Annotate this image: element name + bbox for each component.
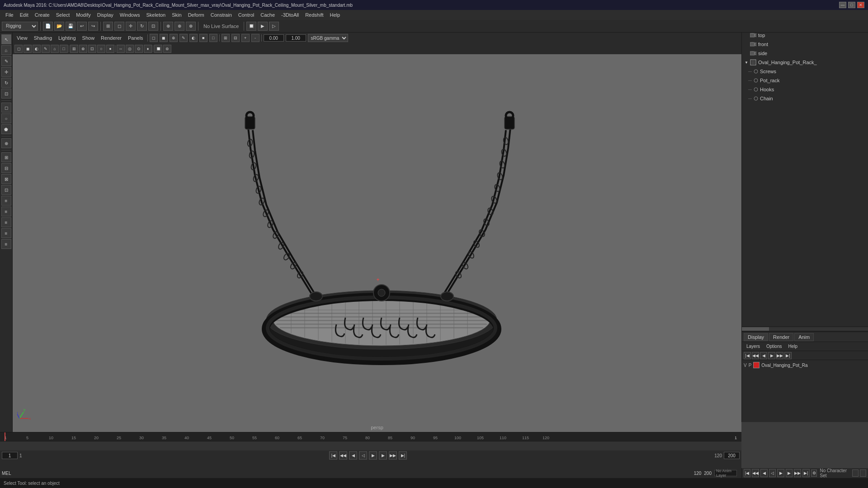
tc-step-fwd[interactable]: ▶: [786, 469, 793, 477]
vp-t2-2[interactable]: ◼: [24, 45, 32, 53]
bp-tab-anim[interactable]: Anim: [794, 333, 814, 341]
char-set-btn[interactable]: [852, 469, 859, 477]
right-panel-hscroll[interactable]: [742, 326, 868, 332]
tl-step-fwd[interactable]: ▶▶: [389, 451, 397, 460]
vp-t2-1[interactable]: ◻: [14, 45, 23, 53]
tl-goto-end[interactable]: ▶|: [399, 451, 407, 460]
outliner-item-hooks[interactable]: Hooks: [742, 85, 868, 94]
vp-btn-4[interactable]: ✎: [179, 34, 188, 42]
open-button[interactable]: 📂: [54, 22, 64, 31]
tc-goto-end[interactable]: ▶|: [802, 469, 809, 477]
transform-button[interactable]: ⊞: [103, 22, 113, 31]
vp-menu-view[interactable]: View: [14, 34, 30, 42]
tc-prev-frame[interactable]: ◀◀: [752, 469, 759, 477]
snap2-button[interactable]: ⊕: [175, 22, 184, 31]
vp-t2-10[interactable]: ○: [97, 45, 105, 53]
max-frame-input[interactable]: [724, 452, 740, 459]
render-button[interactable]: ▶: [258, 22, 268, 31]
menu-windows[interactable]: Windows: [117, 11, 143, 19]
vp-btn-7[interactable]: ⊞: [222, 34, 230, 42]
menu-edit[interactable]: Edit: [17, 11, 31, 19]
tl-next-key[interactable]: ▶: [379, 451, 387, 460]
panel-buttons-1[interactable]: ⊞: [1, 152, 11, 162]
menu-redshift[interactable]: Redshift: [302, 11, 326, 19]
save-button[interactable]: 💾: [66, 22, 75, 31]
tl-goto-start[interactable]: |◀: [329, 451, 337, 460]
vp-t2-9[interactable]: ⊡: [88, 45, 96, 53]
select-button[interactable]: ◻: [114, 22, 124, 31]
vp-t2-13[interactable]: ◎: [126, 45, 134, 53]
vp-t2-8[interactable]: ⊕: [79, 45, 87, 53]
vp-t2-14[interactable]: ⊙: [135, 45, 143, 53]
outliner-item-screws[interactable]: Screws: [742, 67, 868, 76]
tl-play-back[interactable]: ◁: [359, 451, 367, 460]
redo-button[interactable]: ↪: [88, 22, 98, 31]
maximize-button[interactable]: □: [848, 2, 855, 8]
move-button[interactable]: ✛: [126, 22, 136, 31]
menu-select[interactable]: Select: [53, 11, 73, 19]
scale-tool[interactable]: ⊡: [1, 89, 11, 99]
tc-play-back[interactable]: ◁: [769, 469, 776, 477]
vp-btn-5[interactable]: ◐: [189, 34, 198, 42]
menu-display[interactable]: Display: [94, 11, 116, 19]
close-button[interactable]: ✕: [857, 2, 864, 8]
lasso-tool[interactable]: ⌂: [1, 45, 11, 55]
soft-mod-tool[interactable]: ○: [1, 113, 11, 123]
outliner-item-front[interactable]: front: [742, 40, 868, 49]
snap3-button[interactable]: ⊕: [186, 22, 196, 31]
anim-last-btn[interactable]: ▶|: [784, 352, 792, 359]
tc-goto-start[interactable]: |◀: [744, 469, 750, 477]
outliner-item-group[interactable]: ▼ Oval_Hanging_Pot_Rack_: [742, 58, 868, 67]
bp-tab-render[interactable]: Render: [769, 333, 793, 341]
vp-t2-7[interactable]: ⊞: [70, 45, 78, 53]
snap-button[interactable]: ⊕: [163, 22, 173, 31]
panel-buttons-3[interactable]: ⊠: [1, 174, 11, 184]
vp-menu-show[interactable]: Show: [80, 34, 97, 42]
rp-hscroll-thumb[interactable]: [742, 327, 769, 331]
anim-back-btn[interactable]: ◀◀: [752, 352, 759, 359]
vp-btn-6[interactable]: □: [209, 34, 217, 42]
scale-button[interactable]: ⊡: [148, 22, 158, 31]
layer-color-swatch[interactable]: [753, 362, 760, 368]
move-tool[interactable]: ✛: [1, 67, 11, 77]
render-settings-button[interactable]: 🔲: [246, 22, 256, 31]
vp-t2-15[interactable]: ♦: [144, 45, 152, 53]
value2-input[interactable]: [286, 34, 306, 42]
sculpt-tool[interactable]: ⬟: [1, 124, 11, 134]
panel-buttons-6[interactable]: ≡: [1, 206, 11, 216]
tl-play-fwd[interactable]: ▶: [369, 451, 377, 460]
minimize-button[interactable]: —: [839, 2, 846, 8]
bp-tab-display[interactable]: Display: [744, 333, 768, 341]
vp-menu-shading[interactable]: Shading: [32, 34, 54, 42]
bp-subtab-layers[interactable]: Layers: [744, 343, 763, 350]
vp-t2-17[interactable]: ⊚: [163, 45, 171, 53]
value1-input[interactable]: [264, 34, 284, 42]
tc-next-frame[interactable]: ▶▶: [794, 469, 801, 477]
vp-btn-3[interactable]: ⊕: [170, 34, 178, 42]
vp-t2-16[interactable]: 🔲: [154, 45, 162, 53]
paint-tool[interactable]: ✎: [1, 56, 11, 66]
anim-prev-btn[interactable]: |◀: [744, 352, 751, 359]
panel-buttons-7[interactable]: ≡: [1, 217, 11, 227]
tl-prev-key[interactable]: ◀: [349, 451, 357, 460]
panel-buttons-9[interactable]: ≡: [1, 239, 11, 249]
menu-modify[interactable]: Modify: [73, 11, 93, 19]
menu-constrain[interactable]: Constrain: [208, 11, 235, 19]
vp-t2-4[interactable]: ✎: [42, 45, 50, 53]
menu-create[interactable]: Create: [32, 11, 52, 19]
tree-expand-arrow[interactable]: ▼: [744, 60, 749, 65]
tl-step-back[interactable]: ◀◀: [339, 451, 347, 460]
menu-help[interactable]: Help: [327, 11, 343, 19]
menu-deform[interactable]: Deform: [185, 11, 207, 19]
menu-3dto[interactable]: -3DtoAll: [278, 11, 302, 19]
panel-buttons-5[interactable]: ≡: [1, 196, 11, 206]
manipulator-tool[interactable]: ◻: [1, 103, 11, 113]
outliner-item-side[interactable]: side: [742, 49, 868, 58]
panel-buttons-2[interactable]: ⊟: [1, 163, 11, 173]
outliner-item-chain[interactable]: Chain: [742, 94, 868, 103]
bp-subtab-options[interactable]: Options: [764, 343, 784, 350]
vp-t2-5[interactable]: ⌂: [51, 45, 59, 53]
timeline-track[interactable]: [0, 441, 741, 450]
menu-skin[interactable]: Skin: [169, 11, 184, 19]
tc-step-back[interactable]: ◀: [760, 469, 767, 477]
